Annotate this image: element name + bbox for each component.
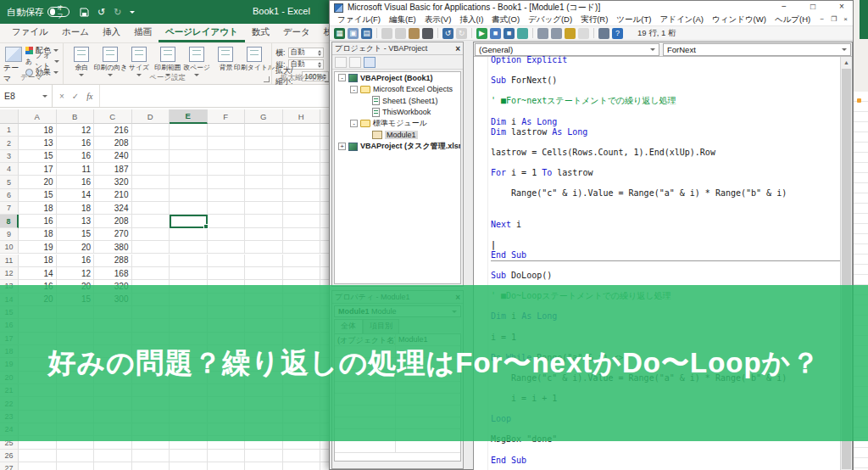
object-dropdown[interactable]: (General) xyxy=(475,43,659,56)
redo-icon[interactable]: ↻ xyxy=(456,28,467,39)
cell-A10[interactable]: 19 xyxy=(19,241,57,254)
cell-B4[interactable]: 11 xyxy=(57,163,95,176)
tree-item-ThisWorkbook[interactable]: ThisWorkbook xyxy=(335,107,460,119)
child-minimize-icon[interactable]: − xyxy=(820,15,824,23)
cell-C8[interactable]: 208 xyxy=(94,215,132,227)
cell-C10[interactable]: 380 xyxy=(94,241,132,254)
button-印刷範囲[interactable]: 印刷範囲 xyxy=(153,45,182,76)
column-header-A[interactable]: A xyxy=(19,109,57,124)
row-header-11[interactable]: 11 xyxy=(0,255,19,267)
cell-B3[interactable]: 16 xyxy=(57,150,95,163)
expand-icon[interactable]: + xyxy=(338,143,346,150)
cell-B6[interactable]: 14 xyxy=(57,189,95,202)
spinner-icon[interactable] xyxy=(318,62,321,68)
cell-H12[interactable] xyxy=(283,267,321,280)
cell-E2[interactable] xyxy=(170,137,208,149)
cell-H10[interactable] xyxy=(283,241,321,254)
cell-A8[interactable]: 16 xyxy=(19,215,57,227)
cell-C7[interactable]: 324 xyxy=(94,202,132,215)
menu-実行(R)[interactable]: 実行(R) xyxy=(576,14,612,25)
qat-more-icon[interactable] xyxy=(130,11,135,14)
view-object-icon[interactable] xyxy=(349,57,361,68)
cell-A7[interactable]: 18 xyxy=(19,202,57,215)
cell-D9[interactable] xyxy=(132,228,170,241)
minimize-icon[interactable]: − xyxy=(776,2,792,11)
cell-C12[interactable]: 168 xyxy=(94,267,132,280)
cell-B26[interactable] xyxy=(57,450,95,462)
cell-H5[interactable] xyxy=(283,176,321,188)
tab-挿入[interactable]: 挿入 xyxy=(96,23,127,42)
cell-F6[interactable] xyxy=(208,189,246,202)
undo-icon[interactable]: ↺ xyxy=(442,28,453,39)
cell-H6[interactable] xyxy=(283,189,321,202)
cell-E12[interactable] xyxy=(170,267,208,280)
menu-表示(V)[interactable]: 表示(V) xyxy=(420,14,456,25)
maximize-icon[interactable]: □ xyxy=(805,2,821,11)
row-header-3[interactable]: 3 xyxy=(0,150,19,163)
cell-F8[interactable] xyxy=(208,215,246,227)
cell-B12[interactable]: 12 xyxy=(57,267,95,280)
cell-D10[interactable] xyxy=(132,241,170,254)
cell-H3[interactable] xyxy=(283,150,321,163)
cell-F5[interactable] xyxy=(208,176,246,188)
cell-F9[interactable] xyxy=(208,228,246,241)
menu-ファイル(F)[interactable]: ファイル(F) xyxy=(333,14,385,25)
row-header-2[interactable]: 2 xyxy=(0,137,19,149)
cell-H2[interactable] xyxy=(283,137,321,149)
row-header-7[interactable]: 7 xyxy=(0,202,19,215)
button-印刷タイトル[interactable]: 印刷タイトル xyxy=(240,45,269,76)
object-browser-icon[interactable] xyxy=(565,28,576,39)
cell-C3[interactable]: 240 xyxy=(94,150,132,163)
cell-D6[interactable] xyxy=(132,189,170,202)
procedure-dropdown[interactable]: ForNext xyxy=(663,43,851,56)
menu-ツール(T)[interactable]: ツール(T) xyxy=(612,14,655,25)
cell-A2[interactable]: 13 xyxy=(19,137,57,149)
menu-編集(E)[interactable]: 編集(E) xyxy=(385,14,420,25)
tree-item-VBAProject (Book1)[interactable]: -VBAProject (Book1) xyxy=(335,72,460,84)
column-header-C[interactable]: C xyxy=(94,109,132,124)
break-icon[interactable]: ■ xyxy=(490,28,501,39)
cell-A1[interactable]: 18 xyxy=(19,124,57,137)
save-icon[interactable]: ▤ xyxy=(361,28,372,39)
cell-G9[interactable] xyxy=(245,228,283,241)
menu-ヘルプ(H)[interactable]: ヘルプ(H) xyxy=(771,14,815,25)
cell-A12[interactable]: 14 xyxy=(19,267,57,280)
cell-D11[interactable] xyxy=(132,255,170,267)
reset-icon[interactable]: ■ xyxy=(504,28,515,39)
cell-B1[interactable]: 12 xyxy=(57,124,95,137)
cell-G4[interactable] xyxy=(245,163,283,176)
formula-input[interactable] xyxy=(100,85,332,107)
scroll-up-icon[interactable]: ▲ xyxy=(841,57,852,68)
child-restore-icon[interactable]: ❐ xyxy=(831,15,837,23)
autosave-toggle[interactable]: 自動保存 オフ xyxy=(7,6,70,19)
cell-D5[interactable] xyxy=(132,176,170,188)
toggle-folders-icon[interactable] xyxy=(364,57,376,68)
collapse-icon[interactable]: - xyxy=(338,74,346,81)
properties-window-icon[interactable] xyxy=(551,28,562,39)
cell-D26[interactable] xyxy=(132,450,170,462)
cell-B8[interactable]: 13 xyxy=(57,215,95,227)
cell-G3[interactable] xyxy=(245,150,283,163)
tab-数式[interactable]: 数式 xyxy=(245,23,276,42)
row-header-8[interactable]: 8 xyxy=(0,215,19,227)
button-余白[interactable]: 余白 xyxy=(67,45,96,76)
collapse-icon[interactable]: - xyxy=(350,120,358,127)
spinner-icon[interactable] xyxy=(318,50,321,56)
cell-D8[interactable] xyxy=(132,215,170,227)
cell-B27[interactable] xyxy=(57,462,95,470)
column-header-G[interactable]: G xyxy=(245,109,283,124)
cell-A6[interactable]: 15 xyxy=(19,189,57,202)
cell-C26[interactable] xyxy=(94,450,132,462)
cell-G5[interactable] xyxy=(245,176,283,188)
cancel-icon[interactable]: × xyxy=(59,92,64,101)
cell-D27[interactable] xyxy=(132,462,170,470)
cell-G10[interactable] xyxy=(245,241,283,254)
tab-ホーム[interactable]: ホーム xyxy=(55,23,96,42)
tree-item-Sheet1 (Sheet1)[interactable]: Sheet1 (Sheet1) xyxy=(335,95,460,107)
autosave-switch[interactable]: オフ xyxy=(47,7,70,17)
cell-A27[interactable] xyxy=(19,462,57,470)
cell-D1[interactable] xyxy=(132,124,170,137)
cell-E4[interactable] xyxy=(170,163,208,176)
toolbox-icon[interactable] xyxy=(578,28,589,39)
row-header-1[interactable]: 1 xyxy=(0,124,19,137)
